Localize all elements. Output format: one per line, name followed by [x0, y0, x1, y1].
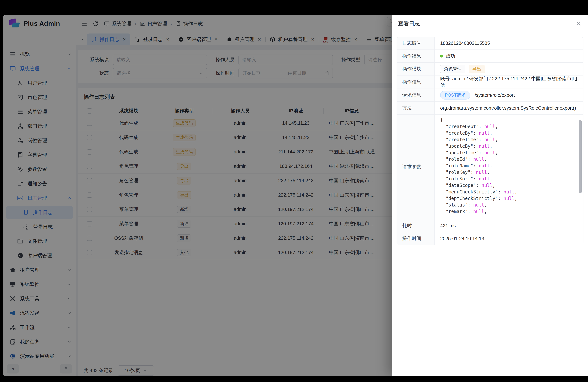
- request-path: /system/role/export: [475, 92, 515, 98]
- duration-label: 耗时: [397, 219, 435, 232]
- detail-row-duration: 耗时 421 ms: [397, 219, 583, 232]
- op-time-label: 操作时间: [397, 232, 435, 245]
- post-request-tag: POST请求: [440, 91, 470, 100]
- scrollbar-thumb[interactable]: [579, 120, 582, 193]
- request-params-json: { "createDept": null, "createBy": null, …: [440, 117, 576, 215]
- detail-row-result: 操作结果 成功: [397, 49, 583, 63]
- module-value: 角色管理 导出: [435, 63, 583, 75]
- result-value: 成功: [435, 50, 583, 63]
- drawer-header: 查看日志: [392, 15, 588, 32]
- params-value: { "createDept": null, "createBy": null, …: [435, 115, 583, 219]
- indent-guide: [443, 124, 443, 212]
- module-tag: 角色管理: [440, 65, 465, 73]
- op-time-value: 2025-01-24 10:14:13: [435, 232, 583, 245]
- action-tag: 导出: [469, 65, 485, 73]
- modal-overlay[interactable]: [3, 15, 392, 376]
- op-info-label: 操作信息: [397, 75, 435, 88]
- params-label: 请求参数: [397, 115, 435, 219]
- duration-value: 421 ms: [435, 219, 583, 232]
- detail-row-log-id: 日志编号 1882612840802115585: [397, 37, 583, 49]
- method-label: 方法: [397, 102, 435, 114]
- close-icon[interactable]: [575, 21, 582, 27]
- detail-row-method: 方法 org.dromara.system.controller.system.…: [397, 102, 583, 114]
- detail-row-params: 请求参数 { "createDept": null, "createBy": n…: [397, 114, 583, 219]
- log-detail-table: 日志编号 1882612840802115585 操作结果 成功 操作模块 角色…: [397, 37, 583, 245]
- result-label: 操作结果: [397, 50, 435, 63]
- view-log-drawer: 查看日志 日志编号 1882612840802115585 操作结果 成功 操作…: [392, 15, 588, 376]
- request-value: POST请求 /system/role/export: [435, 89, 583, 102]
- detail-row-op-info: 操作信息 账号: admin / 研发部门 / 222.175.114.242 …: [397, 75, 583, 88]
- detail-row-module: 操作模块 角色管理 导出: [397, 63, 583, 75]
- log-id-label: 日志编号: [397, 37, 435, 49]
- request-label: 请求信息: [397, 89, 435, 102]
- detail-row-request: 请求信息 POST请求 /system/role/export: [397, 88, 583, 102]
- result-text: 成功: [446, 53, 455, 59]
- method-value: org.dromara.system.controller.system.Sys…: [435, 102, 583, 114]
- detail-row-op-time: 操作时间 2025-01-24 10:14:13: [397, 232, 583, 245]
- log-id-value: 1882612840802115585: [435, 37, 583, 49]
- module-label: 操作模块: [397, 63, 435, 75]
- drawer-title: 查看日志: [398, 20, 420, 27]
- op-info-value: 账号: admin / 研发部门 / 222.175.114.242 / 中国|…: [435, 75, 583, 88]
- app-window: Plus Admin 概览系统管理用户管理角色管理菜单管理部门管理岗位管理字典管…: [3, 15, 588, 376]
- success-dot-icon: [440, 55, 443, 58]
